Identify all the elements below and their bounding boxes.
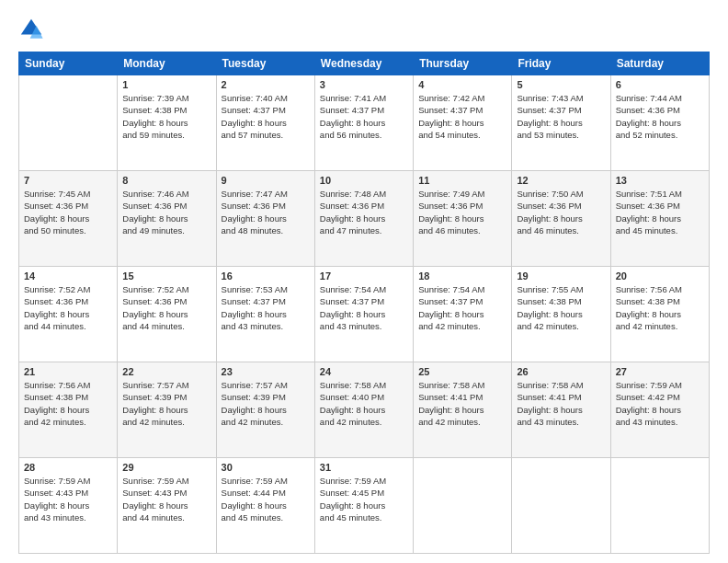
day-cell: 29Sunrise: 7:59 AM Sunset: 4:43 PM Dayli…: [118, 458, 216, 554]
day-cell: 7Sunrise: 7:45 AM Sunset: 4:36 PM Daylig…: [19, 171, 118, 267]
week-row: 1Sunrise: 7:39 AM Sunset: 4:38 PM Daylig…: [19, 75, 710, 171]
day-cell: 16Sunrise: 7:53 AM Sunset: 4:37 PM Dayli…: [216, 267, 314, 362]
day-info: Sunrise: 7:59 AM Sunset: 4:45 PM Dayligh…: [320, 475, 408, 523]
day-cell: [610, 458, 709, 554]
logo: [18, 17, 46, 42]
day-info: Sunrise: 7:40 AM Sunset: 4:37 PM Dayligh…: [222, 92, 310, 141]
day-cell: 21Sunrise: 7:56 AM Sunset: 4:38 PM Dayli…: [19, 362, 118, 458]
day-info: Sunrise: 7:45 AM Sunset: 4:36 PM Dayligh…: [24, 188, 112, 236]
day-info: Sunrise: 7:55 AM Sunset: 4:38 PM Dayligh…: [517, 283, 605, 332]
day-info: Sunrise: 7:53 AM Sunset: 4:37 PM Dayligh…: [222, 283, 310, 332]
day-info: Sunrise: 7:44 AM Sunset: 4:36 PM Dayligh…: [616, 92, 704, 141]
week-row: 7Sunrise: 7:45 AM Sunset: 4:36 PM Daylig…: [19, 171, 710, 267]
day-cell: 5Sunrise: 7:43 AM Sunset: 4:37 PM Daylig…: [512, 75, 610, 171]
day-number: 30: [222, 462, 310, 473]
day-info: Sunrise: 7:50 AM Sunset: 4:36 PM Dayligh…: [517, 188, 605, 236]
day-info: Sunrise: 7:43 AM Sunset: 4:37 PM Dayligh…: [517, 92, 605, 141]
day-number: 18: [418, 270, 506, 282]
header-row: SundayMondayTuesdayWednesdayThursdayFrid…: [19, 52, 710, 75]
day-info: Sunrise: 7:52 AM Sunset: 4:36 PM Dayligh…: [24, 283, 112, 332]
day-number: 17: [320, 270, 408, 282]
day-info: Sunrise: 7:59 AM Sunset: 4:43 PM Dayligh…: [24, 475, 112, 523]
header-day: Monday: [118, 52, 216, 75]
week-row: 28Sunrise: 7:59 AM Sunset: 4:43 PM Dayli…: [19, 458, 710, 554]
day-number: 24: [320, 366, 408, 377]
day-number: 28: [24, 462, 112, 473]
day-number: 4: [418, 79, 506, 90]
day-cell: 8Sunrise: 7:46 AM Sunset: 4:36 PM Daylig…: [118, 171, 216, 267]
day-cell: 9Sunrise: 7:47 AM Sunset: 4:36 PM Daylig…: [216, 171, 314, 267]
day-number: 25: [418, 366, 506, 377]
page: SundayMondayTuesdayWednesdayThursdayFrid…: [0, 0, 728, 563]
day-info: Sunrise: 7:59 AM Sunset: 4:42 PM Dayligh…: [616, 379, 704, 428]
day-number: 21: [24, 366, 112, 377]
day-number: 2: [222, 79, 310, 90]
day-number: 10: [320, 175, 408, 186]
day-number: 14: [24, 270, 112, 282]
day-number: 6: [616, 79, 704, 90]
day-cell: 23Sunrise: 7:57 AM Sunset: 4:39 PM Dayli…: [216, 362, 314, 458]
day-cell: 20Sunrise: 7:56 AM Sunset: 4:38 PM Dayli…: [610, 267, 709, 362]
day-number: 26: [517, 366, 605, 377]
day-cell: [414, 458, 512, 554]
day-number: 3: [320, 79, 408, 90]
day-cell: 3Sunrise: 7:41 AM Sunset: 4:37 PM Daylig…: [314, 75, 413, 171]
day-number: 9: [222, 175, 310, 186]
logo-icon: [18, 17, 44, 42]
day-number: 27: [616, 366, 704, 377]
header-day: Friday: [512, 52, 610, 75]
header-day: Wednesday: [314, 52, 413, 75]
day-cell: 12Sunrise: 7:50 AM Sunset: 4:36 PM Dayli…: [512, 171, 610, 267]
day-cell: [512, 458, 610, 554]
header: [18, 17, 710, 42]
day-cell: 1Sunrise: 7:39 AM Sunset: 4:38 PM Daylig…: [118, 75, 216, 171]
day-info: Sunrise: 7:48 AM Sunset: 4:36 PM Dayligh…: [320, 188, 408, 236]
day-number: 5: [517, 79, 605, 90]
day-cell: 2Sunrise: 7:40 AM Sunset: 4:37 PM Daylig…: [216, 75, 314, 171]
day-info: Sunrise: 7:57 AM Sunset: 4:39 PM Dayligh…: [122, 379, 210, 428]
day-cell: 26Sunrise: 7:58 AM Sunset: 4:41 PM Dayli…: [512, 362, 610, 458]
header-day: Tuesday: [216, 52, 314, 75]
day-info: Sunrise: 7:49 AM Sunset: 4:36 PM Dayligh…: [418, 188, 506, 236]
day-number: 1: [122, 79, 210, 90]
day-info: Sunrise: 7:58 AM Sunset: 4:40 PM Dayligh…: [320, 379, 408, 428]
day-cell: 18Sunrise: 7:54 AM Sunset: 4:37 PM Dayli…: [414, 267, 512, 362]
day-number: 29: [122, 462, 210, 473]
day-info: Sunrise: 7:52 AM Sunset: 4:36 PM Dayligh…: [122, 283, 210, 332]
day-cell: 19Sunrise: 7:55 AM Sunset: 4:38 PM Dayli…: [512, 267, 610, 362]
day-info: Sunrise: 7:57 AM Sunset: 4:39 PM Dayligh…: [222, 379, 310, 428]
day-cell: 4Sunrise: 7:42 AM Sunset: 4:37 PM Daylig…: [414, 75, 512, 171]
day-cell: 6Sunrise: 7:44 AM Sunset: 4:36 PM Daylig…: [610, 75, 709, 171]
day-number: 8: [122, 175, 210, 186]
day-number: 22: [122, 366, 210, 377]
day-cell: [19, 75, 118, 171]
day-info: Sunrise: 7:47 AM Sunset: 4:36 PM Dayligh…: [222, 188, 310, 236]
header-day: Sunday: [19, 52, 118, 75]
day-cell: 13Sunrise: 7:51 AM Sunset: 4:36 PM Dayli…: [610, 171, 709, 267]
day-cell: 10Sunrise: 7:48 AM Sunset: 4:36 PM Dayli…: [314, 171, 413, 267]
day-info: Sunrise: 7:42 AM Sunset: 4:37 PM Dayligh…: [418, 92, 506, 141]
day-info: Sunrise: 7:56 AM Sunset: 4:38 PM Dayligh…: [616, 283, 704, 332]
day-cell: 11Sunrise: 7:49 AM Sunset: 4:36 PM Dayli…: [414, 171, 512, 267]
day-cell: 15Sunrise: 7:52 AM Sunset: 4:36 PM Dayli…: [118, 267, 216, 362]
header-day: Thursday: [414, 52, 512, 75]
day-cell: 24Sunrise: 7:58 AM Sunset: 4:40 PM Dayli…: [314, 362, 413, 458]
day-number: 7: [24, 175, 112, 186]
day-cell: 14Sunrise: 7:52 AM Sunset: 4:36 PM Dayli…: [19, 267, 118, 362]
day-number: 16: [222, 270, 310, 282]
week-row: 21Sunrise: 7:56 AM Sunset: 4:38 PM Dayli…: [19, 362, 710, 458]
day-info: Sunrise: 7:58 AM Sunset: 4:41 PM Dayligh…: [517, 379, 605, 428]
day-info: Sunrise: 7:46 AM Sunset: 4:36 PM Dayligh…: [122, 188, 210, 236]
day-info: Sunrise: 7:59 AM Sunset: 4:43 PM Dayligh…: [122, 475, 210, 523]
header-day: Saturday: [610, 52, 709, 75]
day-info: Sunrise: 7:56 AM Sunset: 4:38 PM Dayligh…: [24, 379, 112, 428]
day-info: Sunrise: 7:51 AM Sunset: 4:36 PM Dayligh…: [616, 188, 704, 236]
day-info: Sunrise: 7:54 AM Sunset: 4:37 PM Dayligh…: [320, 283, 408, 332]
day-number: 12: [517, 175, 605, 186]
day-cell: 27Sunrise: 7:59 AM Sunset: 4:42 PM Dayli…: [610, 362, 709, 458]
week-row: 14Sunrise: 7:52 AM Sunset: 4:36 PM Dayli…: [19, 267, 710, 362]
day-number: 20: [616, 270, 704, 282]
day-number: 11: [418, 175, 506, 186]
day-number: 13: [616, 175, 704, 186]
day-number: 23: [222, 366, 310, 377]
